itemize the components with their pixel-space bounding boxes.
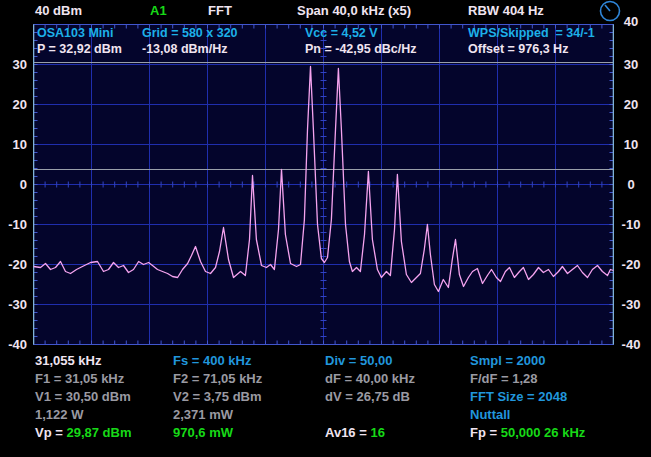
y-axis-label-right: -40: [616, 338, 646, 352]
y-axis-label-right: 10: [616, 138, 646, 152]
ref-level-readout[interactable]: 40 dBm: [35, 4, 82, 18]
cursor-freq-readout: 31,055 kHz: [35, 354, 102, 368]
power-readout: P = 32,92 dBm: [37, 43, 122, 56]
f1-readout: F1 = 31,05 kHz: [35, 372, 124, 386]
fdf-readout: F/dF = 1,28: [470, 372, 538, 386]
spectrum-plot[interactable]: [33, 24, 614, 346]
fs-readout: Fs = 400 kHz: [173, 354, 251, 368]
v1-readout: V1 = 30,50 dBm: [35, 390, 131, 404]
power-density-readout: -13,08 dBm/Hz: [142, 43, 227, 56]
y-axis-label-left: -20: [0, 258, 27, 272]
wps-skipped-readout: WPS/Skipped = 34/-1: [468, 27, 595, 40]
fp-value: 50,000 26 kHz: [501, 425, 586, 440]
y-axis-label-left: -10: [0, 218, 27, 232]
v2-readout: V2 = 3,75 dBm: [173, 390, 262, 404]
span-readout[interactable]: Span 40,0 kHz (x5): [297, 4, 411, 18]
y-axis-label-right: 40: [616, 15, 646, 29]
fp-readout: Fp = 50,000 26 kHz: [470, 426, 585, 440]
av-value: 16: [370, 425, 384, 440]
y-axis-label-right: 30: [616, 58, 646, 72]
phase-noise-readout: Pn = -42,95 dBc/Hz: [305, 43, 417, 56]
y-axis-label-right: 20: [616, 98, 646, 112]
dv-readout: dV = 26,75 dB: [325, 390, 410, 404]
y-axis-label-left: 20: [0, 98, 27, 112]
y-axis-label-right: -10: [616, 218, 646, 232]
offset-readout: Offset = 976,3 Hz: [468, 43, 568, 56]
peak-power-watts-readout: 970,6 mW: [173, 426, 233, 440]
smpl-readout: Smpl = 2000: [470, 354, 546, 368]
p2-watts-readout: 2,371 mW: [173, 408, 233, 422]
p1-watts-readout: 1,122 W: [35, 408, 83, 422]
y-axis-label-right: -20: [616, 258, 646, 272]
df-readout: dF = 40,00 kHz: [325, 372, 415, 386]
y-axis-label-left: 30: [0, 58, 27, 72]
device-name: OSA103 Mini: [37, 27, 113, 40]
av-label: Av16 =: [325, 425, 370, 440]
y-axis-label-right: -30: [616, 298, 646, 312]
rbw-readout[interactable]: RBW 404 Hz: [468, 4, 544, 18]
grid-size-readout: Grid = 580 x 320: [142, 27, 238, 40]
window-function-readout: Nuttall: [470, 408, 510, 422]
y-axis-label-left: 0: [0, 178, 27, 192]
vp-label: Vp =: [35, 425, 66, 440]
osa103-app-window: 40 dBm A1 FFT Span 40,0 kHz (x5) RBW 404…: [0, 0, 651, 457]
vp-readout: Vp = 29,87 dBm: [35, 426, 131, 440]
y-axis-label-left: 10: [0, 138, 27, 152]
vcc-readout: Vcc = 4,52 V: [305, 27, 378, 40]
vp-value: 29,87 dBm: [66, 425, 131, 440]
div-readout: Div = 50,00: [325, 354, 393, 368]
f2-readout: F2 = 71,05 kHz: [173, 372, 262, 386]
fp-label: Fp =: [470, 425, 501, 440]
fft-size-readout: FFT Size = 2048: [470, 390, 567, 404]
mode-indicator[interactable]: FFT: [208, 4, 232, 18]
y-axis-label-left: -30: [0, 298, 27, 312]
y-axis-label-right: 0: [616, 178, 646, 192]
channel-indicator[interactable]: A1: [150, 4, 167, 18]
y-axis-label-left: -40: [0, 338, 27, 352]
averaging-readout: Av16 = 16: [325, 426, 385, 440]
